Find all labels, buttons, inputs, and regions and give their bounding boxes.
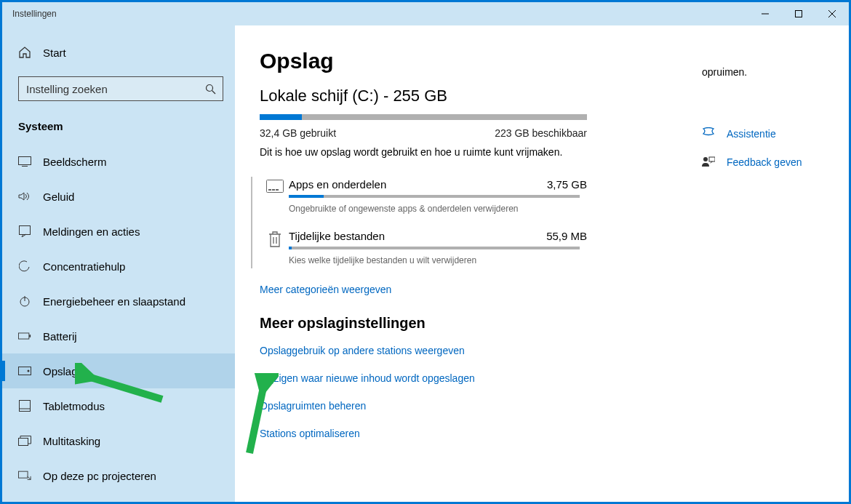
sidebar-item-geluid[interactable]: Geluid: [2, 179, 235, 214]
svg-rect-6: [19, 157, 31, 165]
help-link[interactable]: Assistentie: [702, 127, 849, 140]
svg-point-14: [28, 370, 30, 372]
home-icon: [18, 46, 31, 59]
sidebar-item-projecteren[interactable]: Op deze pc projecteren: [2, 458, 235, 493]
maximize-button[interactable]: [782, 2, 815, 25]
sidebar-item-energie[interactable]: Energiebeheer en slaapstand: [2, 284, 235, 319]
nav-label: Op deze pc projecteren: [43, 470, 156, 482]
sidebar-item-concentratie[interactable]: Concentratiehulp: [2, 249, 235, 284]
svg-point-4: [206, 84, 212, 91]
right-sidebar: opruimen. Assistentie Feedback geven: [631, 49, 849, 502]
sidebar-item-opslag[interactable]: Opslag: [2, 353, 235, 388]
category-hint: Ongebruikte of ongewenste apps & onderde…: [289, 204, 587, 214]
battery-icon: [18, 329, 31, 343]
home-label: Start: [43, 47, 66, 59]
category-apps[interactable]: Apps en onderdelen3,75 GB Ongebruikte of…: [260, 172, 587, 224]
window-controls: [748, 2, 849, 25]
feedback-icon: [702, 156, 715, 168]
disk-usage-labels: 32,4 GB gebruikt 223 GB beschikbaar: [260, 127, 587, 139]
sidebar-item-meldingen[interactable]: Meldingen en acties: [2, 214, 235, 249]
feedback-label: Feedback geven: [727, 156, 802, 168]
section-more-settings: Meer opslaginstellingen: [260, 315, 631, 332]
feedback-link[interactable]: Feedback geven: [702, 156, 849, 168]
main-content: Opslag Lokale schijf (C:) - 255 GB 32,4 …: [235, 25, 849, 502]
svg-rect-15: [20, 401, 31, 412]
storage-icon: [18, 364, 31, 377]
svg-rect-8: [20, 226, 31, 235]
link-other-drives[interactable]: Opslaggebruik op andere stations weergev…: [260, 345, 631, 356]
power-icon: [18, 295, 31, 308]
svg-line-5: [212, 90, 215, 94]
svg-rect-17: [19, 439, 28, 446]
link-change-save-location[interactable]: Wijzigen waar nieuwe inhoud wordt opgesl…: [260, 372, 631, 384]
link-optimize-drives[interactable]: Stations optimaliseren: [260, 428, 631, 439]
nav-label: Multitasking: [43, 435, 100, 447]
help-label: Assistentie: [727, 128, 776, 140]
svg-rect-22: [276, 189, 279, 191]
category-bar: [289, 247, 580, 249]
nav-label: Tabletmodus: [43, 400, 105, 412]
search-input[interactable]: [19, 77, 198, 101]
nav-list: Beeldscherm Geluid Meldingen en acties C…: [2, 144, 235, 493]
home-button[interactable]: Start: [7, 39, 235, 66]
more-categories-link[interactable]: Meer categorieën weergeven: [260, 284, 391, 295]
search-box[interactable]: [18, 76, 223, 101]
svg-rect-20: [268, 189, 271, 191]
display-icon: [18, 155, 31, 168]
settings-links: Opslaggebruik op andere stations weergev…: [260, 345, 631, 439]
focus-icon: [18, 260, 31, 273]
sound-icon: [18, 190, 31, 203]
nav-label: Meldingen en acties: [43, 225, 140, 238]
nav-label: Concentratiehulp: [43, 260, 125, 273]
link-storage-spaces[interactable]: Opslagruimten beheren: [260, 400, 631, 412]
nav-label: Batterij: [43, 330, 77, 343]
nav-label: Beeldscherm: [43, 156, 107, 168]
project-icon: [18, 469, 31, 482]
disk-usage-bar: [260, 114, 587, 120]
sidebar-item-beeldscherm[interactable]: Beeldscherm: [2, 144, 235, 179]
nav-label: Geluid: [43, 191, 74, 203]
category-bar: [289, 195, 580, 198]
disk-title: Lokale schijf (C:) - 255 GB: [260, 87, 631, 105]
svg-rect-11: [18, 333, 28, 339]
category-temp[interactable]: Tijdelijke bestanden55,9 MB Kies welke t…: [260, 224, 587, 276]
nav-label: Opslag: [43, 365, 78, 377]
sidebar-item-batterij[interactable]: Batterij: [2, 319, 235, 353]
tablet-icon: [18, 399, 31, 412]
close-button[interactable]: [815, 2, 849, 25]
svg-rect-18: [18, 471, 28, 478]
window-title: Instellingen: [12, 9, 57, 19]
svg-point-23: [703, 157, 708, 161]
apps-icon: [261, 178, 289, 214]
sidebar-item-tabletmodus[interactable]: Tabletmodus: [2, 388, 235, 423]
minimize-button[interactable]: [748, 2, 782, 25]
category-name: Apps en onderdelen: [289, 178, 386, 191]
sidebar: Start Systeem Beeldscherm Geluid Melding…: [2, 25, 235, 502]
free-label: 223 GB beschikbaar: [495, 127, 587, 139]
notifications-icon: [18, 225, 31, 238]
svg-rect-1: [796, 11, 802, 17]
category-hint: Kies welke tijdelijke bestanden u wilt v…: [289, 255, 587, 265]
category-name: Tijdelijke bestanden: [289, 230, 385, 242]
trash-icon: [261, 230, 289, 265]
used-label: 32,4 GB gebruikt: [260, 127, 336, 139]
svg-rect-21: [272, 189, 275, 191]
nav-label: Energiebeheer en slaapstand: [43, 295, 185, 308]
titlebar: Instellingen: [2, 2, 849, 25]
description: Dit is hoe uw opslag wordt gebruikt en h…: [260, 146, 631, 158]
sidebar-section-label: Systeem: [2, 101, 235, 144]
svg-rect-24: [709, 157, 715, 161]
category-size: 3,75 GB: [547, 178, 587, 191]
page-title: Opslag: [260, 49, 631, 73]
multitasking-icon: [18, 434, 31, 447]
sidebar-item-multitasking[interactable]: Multitasking: [2, 423, 235, 458]
svg-rect-12: [29, 335, 31, 337]
search-icon: [198, 84, 223, 95]
category-size: 55,9 MB: [546, 230, 587, 242]
opruimen-text: opruimen.: [702, 66, 849, 78]
help-icon: [702, 127, 715, 140]
